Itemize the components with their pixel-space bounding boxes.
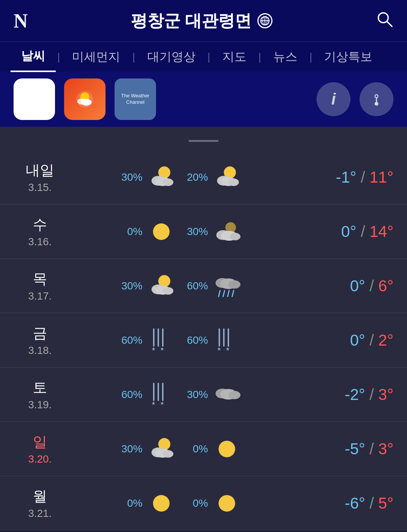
am-precip-3: 60%: [120, 334, 142, 346]
day-info-6: 월 3.21.: [14, 487, 66, 520]
temp-low-4: -2°: [345, 386, 365, 403]
pm-icon-1: [212, 217, 242, 247]
day-date-3: 3.18.: [14, 344, 66, 357]
temp-range-2: 0° / 6°: [295, 277, 393, 295]
am-precip-4: 60%: [120, 389, 142, 401]
forecast-row-5: 일 3.20. 30% 0%: [0, 422, 407, 476]
source-twc[interactable]: The Weather Channel: [115, 78, 156, 120]
source-kma[interactable]: [14, 78, 55, 120]
temp-range-1: 0° / 14°: [295, 223, 393, 241]
forecast-row-tomorrow: 내일 3.15. 30% 20%: [0, 150, 407, 204]
temp-range-4: -2° / 3°: [295, 386, 393, 404]
pm-icon-3: * *: [212, 325, 242, 355]
naver-logo[interactable]: N: [14, 10, 28, 32]
weather-icons-1: 0% 30%: [66, 217, 295, 247]
temp-range-0: -1° / 11°: [295, 168, 393, 186]
svg-point-12: [375, 102, 378, 106]
pm-slot-6: 0%: [185, 488, 242, 518]
svg-text:*: *: [161, 400, 164, 409]
weather-icons-5: 30% 0%: [66, 434, 295, 464]
tab-weather[interactable]: 날씨: [11, 42, 56, 72]
am-icon-0: [146, 162, 176, 192]
pm-precip-2: 60%: [185, 280, 208, 292]
day-info-0: 내일 3.15.: [14, 161, 66, 194]
pm-icon-0: [212, 162, 242, 192]
pm-slot-2: 60%: [185, 271, 242, 301]
pm-slot-0: 20%: [185, 162, 242, 192]
forecast-row-1: 수 3.16. 0% 30%: [0, 204, 407, 259]
pm-precip-6: 0%: [185, 497, 208, 509]
pm-slot-3: 60% * *: [185, 325, 242, 355]
source-accuweather[interactable]: [64, 78, 106, 120]
svg-line-35: [228, 291, 229, 297]
weather-icons-6: 0% 0%: [66, 488, 295, 518]
temp-low-6: -6°: [345, 494, 365, 512]
pm-icon-6: [212, 488, 242, 518]
am-icon-6: [146, 488, 176, 518]
tab-alert[interactable]: 기상특보: [314, 42, 383, 72]
svg-line-5: [387, 22, 392, 26]
pm-precip-0: 20%: [185, 171, 208, 183]
pm-slot-1: 30%: [185, 217, 242, 247]
location-icon[interactable]: [257, 13, 272, 28]
pm-icon-5: [212, 434, 242, 464]
am-slot-1: 0%: [120, 217, 176, 247]
svg-point-25: [230, 233, 240, 240]
am-precip-6: 0%: [120, 497, 142, 509]
am-icon-5: [146, 434, 176, 464]
day-date-0: 3.15.: [14, 181, 66, 194]
svg-point-21: [153, 223, 170, 240]
temp-low-1: 0°: [341, 223, 356, 240]
temp-range-6: -6° / 5°: [295, 494, 393, 512]
day-name-4: 토: [14, 378, 66, 397]
temp-range-3: 0° / 2°: [295, 331, 393, 349]
am-slot-3: 60% * *: [120, 325, 176, 355]
day-date-5: 3.20.: [14, 453, 66, 465]
search-button[interactable]: [375, 10, 393, 32]
temp-unit-button[interactable]: [360, 82, 393, 116]
temp-low-3: 0°: [350, 331, 365, 349]
day-info-3: 금 3.18.: [14, 324, 66, 357]
svg-point-54: [228, 391, 240, 399]
location-title: 평창군 대관령면: [131, 10, 272, 32]
am-icon-2: [146, 271, 176, 301]
header: N 평창군 대관령면: [0, 0, 407, 42]
svg-point-58: [163, 450, 173, 458]
info-button[interactable]: i: [317, 82, 350, 116]
weather-icons-2: 30% 60%: [66, 271, 295, 301]
am-precip-0: 30%: [120, 171, 142, 183]
forecast-row-6: 월 3.21. 0% 0% -6°: [0, 476, 407, 530]
svg-point-29: [163, 287, 173, 295]
pm-slot-5: 0%: [185, 434, 242, 464]
tab-atmosphere[interactable]: 대기영상: [137, 42, 206, 72]
day-info-4: 토 3.19.: [14, 378, 66, 411]
tab-map[interactable]: 지도: [212, 42, 257, 72]
am-icon-3: * *: [146, 325, 176, 355]
pm-precip-1: 30%: [185, 226, 208, 238]
temp-high-0: 11°: [369, 168, 393, 186]
day-info-5: 일 3.20.: [14, 432, 66, 465]
am-slot-0: 30%: [120, 162, 176, 192]
am-slot-4: 60% * *: [120, 380, 176, 410]
am-slot-2: 30%: [120, 271, 176, 301]
forecast-row-2: 목 3.17. 30% 60%: [0, 259, 407, 313]
svg-text:*: *: [152, 346, 155, 355]
svg-point-32: [228, 280, 240, 289]
pm-precip-4: 30%: [185, 389, 208, 401]
source-bar: The Weather Channel i: [0, 72, 407, 127]
day-name-5: 일: [14, 432, 66, 452]
svg-point-60: [153, 495, 170, 512]
tab-dust[interactable]: 미세먼지: [61, 42, 131, 72]
scroll-bar: [18, 131, 389, 150]
temp-high-4: 3°: [378, 386, 393, 403]
tab-news[interactable]: 뉴스: [263, 42, 308, 72]
temp-high-3: 2°: [378, 331, 393, 349]
day-date-2: 3.17.: [14, 290, 66, 302]
day-name-2: 목: [14, 269, 66, 289]
day-name-3: 금: [14, 324, 66, 343]
temp-high-2: 6°: [378, 277, 393, 295]
weather-forecast-list: 내일 3.15. 30% 20%: [0, 150, 407, 530]
am-precip-2: 30%: [120, 280, 142, 292]
am-icon-1: [146, 217, 176, 247]
day-info-1: 수 3.16.: [14, 215, 66, 248]
